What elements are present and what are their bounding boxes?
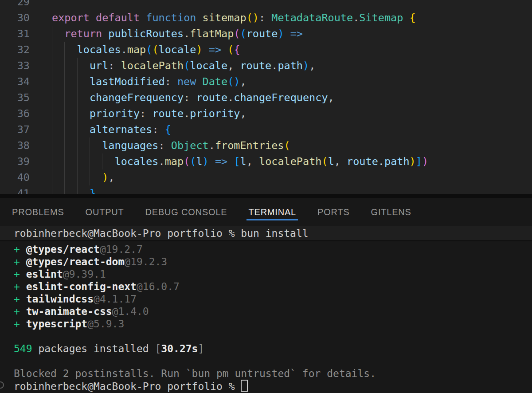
terminal-package-row: + tw-animate-css@1.4.0: [0, 305, 532, 318]
indent-guide: [52, 153, 52, 169]
indent-guide: [64, 42, 65, 58]
tab-ports[interactable]: PORTS: [317, 207, 350, 217]
indent-guide: [64, 106, 65, 122]
line-number: 41: [0, 185, 30, 194]
indent-guide: [52, 90, 52, 106]
code-text: languages: Object.fromEntries(: [52, 138, 290, 153]
bottom-panel: PROBLEMSOUTPUTDEBUG CONSOLETERMINALPORTS…: [0, 198, 532, 393]
indent-guide: [64, 138, 65, 153]
line-number: 32: [0, 42, 30, 58]
indent-guide: [77, 122, 78, 138]
indent-guide: [77, 185, 78, 194]
indent-guide: [64, 169, 65, 185]
terminal-package-row: + typescript@5.9.3: [0, 318, 532, 330]
line-number: 36: [0, 106, 30, 122]
terminal-output[interactable]: + @types/react@19.2.7+ @types/react-dom@…: [0, 243, 532, 392]
line-number: 30: [0, 10, 30, 26]
line-number: 39: [0, 153, 30, 169]
indent-guide: [77, 138, 78, 153]
code-text: priority: route.priority,: [52, 106, 246, 122]
indent-guide: [64, 122, 65, 138]
code-text: alternates: {: [52, 122, 171, 138]
indent-guide: [52, 122, 52, 138]
indent-guide: [52, 58, 52, 74]
indent-guide: [52, 42, 52, 58]
line-number: 34: [0, 74, 30, 90]
tab-terminal[interactable]: TERMINAL: [248, 207, 296, 217]
indent-guide: [52, 185, 52, 194]
indent-guide: [64, 153, 65, 169]
terminal-command-row: robinherbeck@MacBook-Pro portfolio % bun…: [0, 226, 532, 241]
indent-guide: [52, 138, 52, 153]
terminal-info-row: Blocked 2 postinstalls. Run `bun pm untr…: [0, 367, 532, 380]
indent-guide: [90, 138, 90, 153]
indent-guide: [102, 153, 102, 169]
command-decoration-icon: [0, 381, 4, 389]
code-line[interactable]: 37 alternates: {: [0, 122, 532, 138]
code-line[interactable]: 36 priority: route.priority,: [0, 106, 532, 122]
indent-guide: [77, 169, 78, 185]
indent-guide: [90, 153, 90, 169]
indent-guide: [52, 26, 52, 42]
terminal-prompt-row[interactable]: robinherbeck@MacBook-Pro portfolio %: [0, 380, 532, 392]
code-text: locales.map((locale) => ({: [52, 42, 240, 58]
code-text: ),: [52, 169, 115, 185]
code-line[interactable]: 38 languages: Object.fromEntries(: [0, 138, 532, 153]
indent-guide: [52, 106, 52, 122]
indent-guide: [52, 74, 52, 90]
indent-guide: [52, 169, 52, 185]
code-line[interactable]: 35 changeFrequency: route.changeFrequenc…: [0, 90, 532, 106]
indent-guide: [77, 153, 78, 169]
code-line[interactable]: 41 },: [0, 185, 532, 194]
indent-guide: [77, 58, 78, 74]
indent-guide: [77, 74, 78, 90]
terminal-package-row: + @types/react-dom@19.2.3: [0, 255, 532, 268]
line-number: 35: [0, 90, 30, 106]
terminal-cursor: [241, 380, 248, 392]
indent-guide: [64, 74, 65, 90]
line-number: 38: [0, 138, 30, 153]
tab-problems[interactable]: PROBLEMS: [12, 207, 64, 217]
code-text: },: [52, 185, 102, 194]
terminal-row: [0, 355, 532, 367]
terminal-summary-row: 549 packages installed [30.27s]: [0, 342, 532, 355]
code-editor[interactable]: 2930export default function sitemap(): M…: [0, 0, 532, 194]
indent-guide: [90, 169, 90, 185]
code-line[interactable]: 34 lastModified: new Date(),: [0, 74, 532, 90]
editor-panel-divider: [0, 194, 532, 198]
tab-debug-console[interactable]: DEBUG CONSOLE: [145, 207, 227, 217]
code-line[interactable]: 39 locales.map((l) => [l, localePath(l, …: [0, 153, 532, 169]
terminal-package-row: + tailwindcss@4.1.17: [0, 293, 532, 305]
indent-guide: [64, 185, 65, 194]
indent-guide: [64, 90, 65, 106]
indent-guide: [64, 58, 65, 74]
terminal-package-row: + eslint@9.39.1: [0, 268, 532, 280]
code-line[interactable]: 31 return publicRoutes.flatMap((route) =…: [0, 26, 532, 42]
terminal-package-row: + eslint-config-next@16.0.7: [0, 280, 532, 293]
code-text: lastModified: new Date(),: [52, 74, 246, 90]
line-number: 31: [0, 26, 30, 42]
code-text: changeFrequency: route.changeFrequency,: [52, 90, 334, 106]
indent-guide: [77, 106, 78, 122]
code-line[interactable]: 30export default function sitemap(): Met…: [0, 10, 532, 26]
code-line[interactable]: 33 url: localePath(locale, route.path),: [0, 58, 532, 74]
code-text: url: localePath(locale, route.path),: [52, 58, 315, 74]
terminal-row: [0, 330, 532, 342]
code-line[interactable]: 29: [0, 0, 532, 10]
line-number: 29: [0, 0, 30, 10]
tab-gitlens[interactable]: GITLENS: [371, 207, 411, 217]
code-text: locales.map((l) => [l, localePath(l, rou…: [52, 153, 428, 169]
code-line[interactable]: 32 locales.map((locale) => ({: [0, 42, 532, 58]
line-number: 33: [0, 58, 30, 74]
line-number: 40: [0, 169, 30, 185]
indent-guide: [77, 90, 78, 106]
code-text: export default function sitemap(): Metad…: [52, 10, 416, 26]
code-line[interactable]: 40 ),: [0, 169, 532, 185]
line-number: 37: [0, 122, 30, 138]
code-lines: 2930export default function sitemap(): M…: [0, 0, 532, 194]
panel-tab-bar: PROBLEMSOUTPUTDEBUG CONSOLETERMINALPORTS…: [0, 198, 532, 226]
terminal-package-row: + @types/react@19.2.7: [0, 243, 532, 255]
code-text: return publicRoutes.flatMap((route) =>: [52, 26, 303, 42]
tab-output[interactable]: OUTPUT: [86, 207, 124, 217]
terminal-command-text: robinherbeck@MacBook-Pro portfolio % bun…: [14, 228, 309, 239]
